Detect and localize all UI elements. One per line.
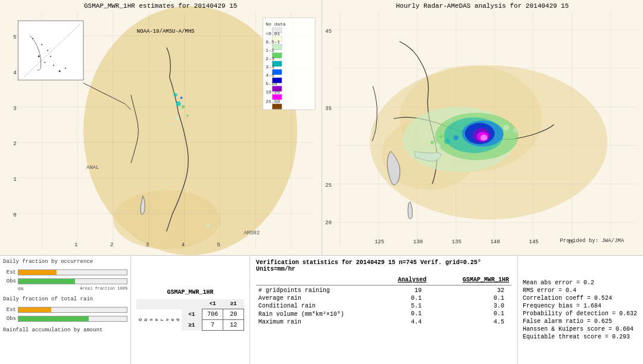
svg-point-34 [50, 56, 51, 57]
svg-text:130: 130 [413, 239, 423, 245]
axis-0: 0% [18, 286, 24, 291]
verif-row-0-label: # gridpoints raining [256, 287, 375, 294]
svg-text:0.5-1: 0.5-1 [266, 39, 280, 45]
svg-text:<0.01: <0.01 [266, 31, 280, 36]
svg-point-36 [59, 70, 61, 72]
svg-text:145: 145 [529, 239, 538, 245]
svg-text:125: 125 [374, 239, 384, 245]
svg-point-118 [453, 135, 458, 140]
svg-point-48 [160, 189, 162, 191]
cont-val-22: 12 [223, 320, 244, 331]
verif-row-3-label: Rain volume (mm*km²×10⁶) [256, 310, 375, 318]
obs-bar-row-2: Obs [3, 315, 127, 322]
right-map-svg: 125 130 135 140 145 15 45 35 25 20 [322, 0, 644, 255]
svg-point-45 [171, 124, 174, 126]
table-row: Rain volume (mm*km²×10⁶) 0.1 0.1 [256, 310, 511, 318]
svg-text:Provided by: JWA/JMA: Provided by: JWA/JMA [560, 238, 624, 244]
svg-text:5-10: 5-10 [266, 81, 277, 86]
right-map-title: Hourly Radar-AMeDAS analysis for 2014042… [396, 2, 569, 10]
svg-point-30 [41, 44, 42, 45]
svg-text:4: 4 [13, 70, 16, 76]
table-row: Average rain 0.1 0.1 [256, 294, 511, 302]
svg-point-110 [480, 134, 487, 140]
est-bar-container-2 [18, 307, 127, 313]
svg-text:1-2: 1-2 [266, 48, 274, 53]
verif-table: Analysed GSMAP_MWR_1HR # gridpoints rain… [256, 276, 511, 326]
svg-point-49 [207, 224, 210, 227]
error-stat-0: Mean abs error = 0.2 [523, 280, 638, 286]
svg-text:45: 45 [325, 29, 332, 34]
svg-point-40 [176, 102, 181, 106]
verif-row-1-label: Average rain [256, 294, 375, 302]
rainfall-label: Rainfall accumulation by amount [3, 327, 127, 333]
verif-title: Verification statistics for 20140429 15 … [256, 259, 511, 272]
verif-col-analysed: Analysed [375, 276, 429, 285]
left-map-svg: 5 4 3 2 1 0 1 2 3 4 5 [0, 0, 322, 255]
verif-col-empty [256, 276, 375, 285]
left-map-panel: GSMAP_MWR_1HR estimates for 20140429 15 [0, 0, 322, 255]
obs-bar-fill-1 [18, 279, 75, 284]
svg-point-31 [47, 50, 48, 51]
table-row: Conditional rain 5.1 3.0 [256, 302, 511, 310]
svg-point-114 [503, 125, 509, 131]
svg-point-39 [174, 93, 177, 97]
svg-text:NOAA-19/AMSU-A/MHS: NOAA-19/AMSU-A/MHS [137, 29, 195, 34]
contingency-title: GSMAP_MWR_1HR [167, 289, 213, 296]
svg-text:1: 1 [13, 177, 16, 183]
svg-text:2: 2 [13, 141, 16, 147]
verif-row-4-label: Maximum rain [256, 318, 375, 326]
svg-text:10-25: 10-25 [266, 89, 280, 95]
svg-text:35: 35 [325, 106, 332, 112]
est-bar-row-2: Est [3, 306, 127, 313]
obs-bar-fill-2 [18, 316, 89, 321]
cont-col-less1: <1 [202, 299, 223, 309]
axis-100: Areal fraction 100% [80, 286, 127, 291]
svg-text:ANAL: ANAL [86, 165, 99, 171]
svg-text:3: 3 [146, 242, 149, 248]
svg-point-115 [513, 128, 517, 133]
verif-row-2-label: Conditional rain [256, 302, 375, 310]
bar-axis-1: 0% Areal fraction 100% [3, 286, 127, 291]
cont-col-header-empty [182, 299, 202, 309]
rain-chart: Est Obs [3, 306, 127, 322]
svg-text:20: 20 [325, 220, 332, 226]
error-stat-5: False alarm ratio = 0.625 [523, 318, 638, 325]
table-row: Maximum rain 4.4 4.5 [256, 318, 511, 326]
verif-row-0-val2: 32 [429, 287, 511, 294]
svg-point-32 [38, 55, 40, 57]
verif-row-1-val1: 0.1 [375, 294, 429, 302]
svg-point-37 [65, 68, 66, 69]
obs-bar-container-1 [18, 278, 127, 284]
est-label-2: Est [3, 307, 16, 313]
svg-point-117 [444, 138, 450, 144]
verif-stats-panel: Verification statistics for 20140429 15 … [250, 256, 518, 364]
stats-row: Daily fraction by occurrence Est Obs 0% [0, 256, 643, 364]
contingency-panel: GSMAP_MWR_1HR <1 ≥1 Observed <1 706 20 ≥… [131, 256, 250, 364]
svg-text:3: 3 [13, 106, 16, 112]
svg-point-42 [173, 91, 175, 93]
cont-empty-cell [136, 299, 182, 309]
svg-point-50 [213, 227, 216, 230]
main-container: GSMAP_MWR_1HR estimates for 20140429 15 [0, 0, 643, 364]
svg-text:2: 2 [110, 242, 113, 248]
svg-point-113 [427, 146, 430, 150]
svg-text:3-4: 3-4 [266, 64, 274, 70]
est-bar-fill-1 [18, 270, 57, 275]
cont-val-21: 7 [202, 320, 223, 331]
est-bar-container-1 [18, 269, 127, 275]
svg-point-46 [186, 115, 189, 117]
svg-point-35 [53, 65, 54, 66]
svg-text:25: 25 [325, 183, 332, 189]
svg-point-44 [176, 117, 179, 121]
obs-vertical-label: Observed [136, 309, 182, 331]
obs-bar-container-2 [18, 316, 127, 322]
error-stat-7: Equitable threat score = 0.293 [523, 334, 638, 340]
error-stat-3: Frequency bias = 1.684 [523, 303, 638, 309]
svg-rect-74 [272, 104, 282, 109]
error-stat-6: Hanssen & Kuipers score = 0.604 [523, 326, 638, 332]
cont-row-less1: <1 [182, 309, 202, 320]
right-map-panel: Hourly Radar-AMeDAS analysis for 2014042… [322, 0, 644, 255]
verif-row-0-val1: 19 [375, 287, 429, 294]
error-stats-panel: Mean abs error = 0.2 RMS error = 0.4 Cor… [518, 256, 643, 364]
verif-row-2-val2: 3.0 [429, 302, 511, 310]
